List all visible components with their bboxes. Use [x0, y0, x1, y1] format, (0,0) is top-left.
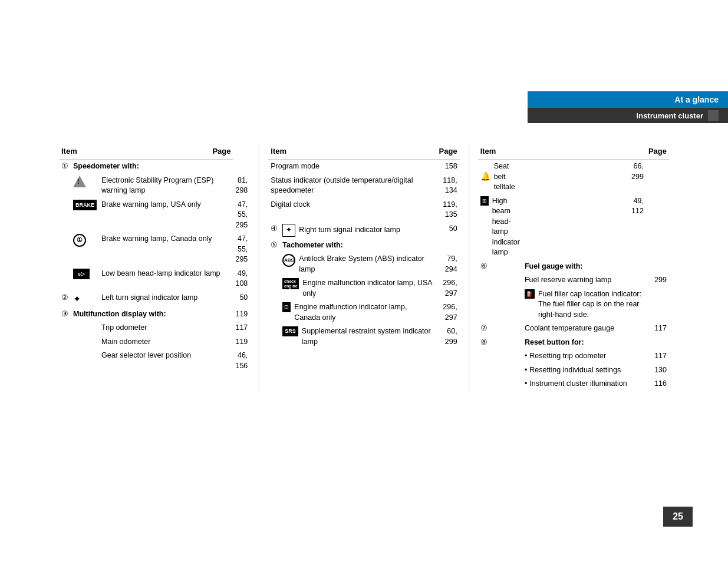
item-text: Electronic Stability Program (ESP) warni…: [101, 176, 230, 196]
table-row: ! Electronic Stability Program (ESP) war…: [59, 174, 250, 198]
table-row: BRAKE Brake warning lamp, USA only 47,55…: [59, 198, 250, 233]
table-row: ② ✦ Left turn signal indicator lamp 50: [59, 291, 250, 308]
abs-icon: ABS: [282, 254, 295, 267]
col1-item-header: Item: [59, 144, 99, 160]
table-row: ④ ✦ Right turn signal indicator lamp 50: [268, 222, 459, 239]
table-row: SRS Supplemental restraint system indica…: [268, 325, 459, 349]
section-num-1: ①: [59, 160, 71, 174]
srs-icon: SRS: [282, 326, 298, 336]
table-row: Main odometer 119: [59, 335, 250, 349]
fuel-cap-icon: ⛽: [525, 289, 535, 299]
table-row: ⑤ Tachometer with:: [268, 239, 459, 253]
page-value: 299: [646, 273, 669, 287]
col3-page-header: Page: [646, 144, 669, 160]
page-value: 60,299: [437, 325, 460, 349]
page-value: 117: [646, 322, 669, 336]
table-col2: Item Page Program mode 158 Status indica…: [268, 144, 459, 349]
col3-item-header: Item: [478, 144, 646, 160]
table-col1: Item Page ① Speedometer with: !: [59, 144, 250, 373]
headlamp-sd-icon: s▷: [73, 269, 90, 280]
highbeam-icon: ⊞: [480, 196, 489, 206]
page-value: 130: [646, 363, 669, 378]
page-value: 119: [233, 335, 250, 349]
icon-cell: ✦: [71, 291, 99, 308]
page-value: 119: [233, 308, 250, 322]
table-row: ⛽ Fuel filler cap location indicator: Th…: [478, 287, 669, 322]
header-section: At a glance Instrument cluster: [528, 91, 728, 123]
table-row: • Resetting trip odometer 117: [478, 349, 669, 363]
page-value: 296,297: [437, 276, 460, 300]
table-row: ⊡ Engine malfunction indicator lamp, Can…: [268, 300, 459, 325]
turn-right-icon: ✦: [282, 224, 295, 237]
page-value: 118,134: [437, 174, 460, 198]
icon-cell: ①: [71, 232, 99, 267]
column-1: Item Page ① Speedometer with: !: [59, 144, 256, 391]
icon-cell: s▷: [71, 267, 99, 291]
section-3-title: Multifunction display with:: [71, 308, 233, 322]
section-num-6: ⑥: [478, 260, 522, 274]
page-value: 79,294: [437, 252, 460, 276]
section-num-5: ⑤: [268, 239, 280, 253]
table-row: ③ Multifunction display with: 119: [59, 308, 250, 322]
col1-page-header: Page: [99, 144, 233, 160]
bullet-dot: •: [525, 351, 527, 362]
page-value: 46,156: [233, 349, 250, 373]
page-value: 49,112: [522, 194, 646, 260]
col-divider-2: [469, 144, 469, 391]
page-value: 50: [233, 291, 250, 308]
table-row: s▷ Low beam head-lamp indicator lamp 49,…: [59, 267, 250, 291]
triangle-warning-icon: !: [73, 176, 86, 187]
table-row: ⊞ High beam head-lamp indicator lamp 49,…: [478, 194, 669, 260]
turn-left-icon: ✦: [73, 294, 81, 304]
table-row: • Resetting individual settings 130: [478, 363, 669, 378]
page-value: 49,108: [233, 267, 250, 291]
bullet-item: • Resetting trip odometer: [525, 351, 644, 362]
section-num-7: ⑦: [478, 322, 522, 336]
page-value: 47,55,295: [233, 232, 250, 267]
table-row: Program mode 158: [268, 160, 459, 174]
page-value: 116: [646, 377, 669, 391]
col2-item-header: Item: [268, 144, 436, 160]
table-col3: Item Page 🔔 Seat belt telltale 66,299 ⊞ …: [478, 144, 669, 391]
instrument-cluster-bar: Instrument cluster: [528, 108, 728, 123]
bullet-item: • Instrument cluster illumination: [525, 379, 644, 389]
page-value: [646, 287, 669, 322]
table-row: Digital clock 119,135: [268, 198, 459, 222]
section-num-3: ③: [59, 308, 71, 322]
table-row: ⑥ Fuel gauge with:: [478, 260, 669, 274]
at-a-glance-bar: At a glance: [528, 91, 728, 108]
circle-p-icon: ①: [73, 234, 86, 247]
page-value: 158: [437, 160, 460, 174]
column-2: Item Page Program mode 158 Status indica…: [262, 144, 465, 391]
engine-canada-icon: ⊡: [282, 302, 291, 312]
bullet-dot: •: [525, 379, 527, 389]
table-row: Trip odometer 117: [59, 321, 250, 335]
table-row: ① Speedometer with:: [59, 160, 250, 174]
section-8-title: Reset button for:: [522, 336, 669, 350]
page-value: 47,55,295: [233, 198, 250, 233]
section-1-title: Speedometer with:: [71, 160, 233, 174]
section-num-2: ②: [59, 291, 71, 308]
table-row: ABS Antilock Brake System (ABS) indicato…: [268, 252, 459, 276]
table-row: ⑦ Coolant temperature gauge 117: [478, 322, 669, 336]
at-a-glance-title: At a glance: [674, 95, 719, 104]
page-value: 119,135: [437, 198, 460, 222]
bullet-item: • Resetting individual settings: [525, 365, 644, 376]
table-row: ① Brake warning lamp, Canada only 47,55,…: [59, 232, 250, 267]
seatbelt-icon: 🔔: [480, 171, 490, 183]
brake-icon: BRAKE: [73, 200, 97, 211]
bullet-dot: •: [525, 365, 527, 376]
col-divider-1: [259, 144, 259, 391]
section-5-title: Tachometer with:: [280, 239, 459, 253]
table-row: ⑧ Reset button for:: [478, 336, 669, 350]
table-row: Status indicator (outside temperature/di…: [268, 174, 459, 198]
table-row: • Instrument cluster illumination 116: [478, 377, 669, 391]
page-value: 117: [646, 349, 669, 363]
page-value: 66,299: [522, 160, 646, 194]
instrument-cluster-title: Instrument cluster: [637, 111, 703, 120]
page-value: 296,297: [437, 300, 460, 325]
table-row: checkengine Engine malfunction indicator…: [268, 276, 459, 300]
table-row: Gear selector lever position 46,156: [59, 349, 250, 373]
page-number: 25: [663, 507, 693, 527]
check-engine-icon: checkengine: [282, 278, 299, 289]
